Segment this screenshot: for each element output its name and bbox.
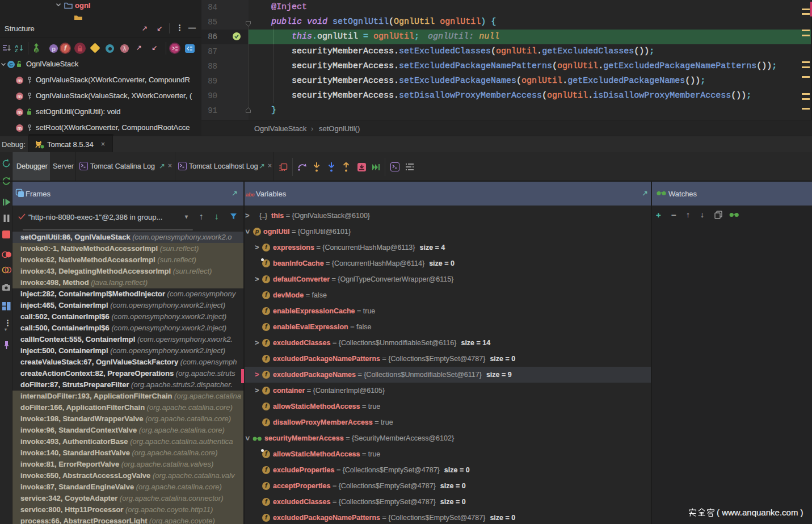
svg-text:Z: Z: [15, 48, 18, 52]
svg-text:8: 8: [35, 48, 38, 53]
